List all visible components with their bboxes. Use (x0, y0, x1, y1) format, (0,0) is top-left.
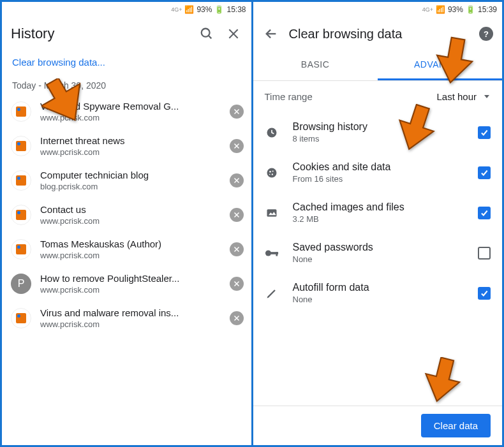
history-item-title: Contact us (40, 204, 221, 215)
pencil-icon (265, 287, 279, 300)
history-item-text: Internet threat newswww.pcrisk.com (40, 135, 221, 157)
history-item[interactable]: Virus and malware removal ins...www.pcri… (2, 301, 251, 335)
checkbox-checked-icon[interactable] (478, 287, 491, 300)
signal-icon: 📶 (436, 5, 445, 14)
svg-marker-20 (484, 95, 489, 98)
clock: 15:38 (226, 5, 246, 14)
history-item-text: Tomas Meskauskas (Author)www.pcrisk.com (40, 238, 221, 260)
search-icon[interactable] (198, 25, 216, 43)
clear-data-list: Browsing history8 itemsCookies and site … (253, 112, 503, 406)
checkbox-checked-icon[interactable] (478, 126, 491, 139)
clear-data-item[interactable]: Cookies and site dataFrom 16 sites (253, 152, 503, 193)
svg-point-26 (269, 173, 270, 175)
clear-data-item-text: Saved passwordsNone (293, 242, 464, 264)
history-item-title: Computer technician blog (40, 170, 221, 180)
clear-data-item-title: Browsing history (293, 121, 464, 133)
history-item-url: www.pcrisk.com (40, 113, 221, 122)
history-item[interactable]: PHow to remove PoulightStealer...www.pcr… (2, 267, 251, 301)
delete-item-icon[interactable] (230, 208, 244, 222)
tab-advanced[interactable]: ADVANCED (378, 50, 502, 80)
close-icon[interactable] (225, 25, 242, 43)
clear-data-screen: 4G+ 📶 93% 🔋 15:39 Clear browsing data ? … (253, 2, 503, 445)
history-item[interactable]: Computer technician blogblog.pcrisk.com (2, 163, 251, 198)
clock: 15:39 (478, 5, 497, 14)
page-title: History (11, 26, 189, 42)
favicon-pcrisk (11, 170, 31, 191)
delete-item-icon[interactable] (230, 139, 244, 153)
favicon-pcrisk (11, 308, 31, 328)
history-item[interactable]: Tomas Meskauskas (Author)www.pcrisk.com (2, 232, 251, 267)
delete-item-icon[interactable] (230, 311, 244, 325)
clear-browsing-data-link[interactable]: Clear browsing data... (2, 50, 251, 74)
favicon-pcrisk (11, 239, 31, 260)
clear-data-button[interactable]: Clear data (421, 414, 491, 437)
history-item-url: www.pcrisk.com (40, 147, 221, 157)
history-item-url: www.pcrisk.com (40, 251, 221, 260)
svg-point-29 (265, 250, 271, 256)
image-icon (265, 207, 279, 219)
time-range-value: Last hour (436, 91, 477, 102)
clear-data-item-title: Autofill form data (293, 282, 464, 293)
favicon-pcrisk (11, 101, 31, 122)
history-item-text: Virus and malware removal ins...www.pcri… (40, 307, 221, 329)
clear-data-item[interactable]: Saved passwordsNone (253, 233, 503, 273)
date-header: Today - March 30, 2020 (2, 74, 251, 94)
clear-data-item-sub: 8 items (293, 134, 464, 143)
battery-icon: 🔋 (466, 5, 475, 14)
history-item-url: www.pcrisk.com (40, 285, 221, 295)
svg-point-22 (267, 168, 276, 177)
status-bar: 4G+ 📶 93% 🔋 15:38 (2, 2, 251, 17)
favicon-pcrisk (11, 205, 31, 225)
signal-icon: 📶 (184, 5, 194, 14)
delete-item-icon[interactable] (230, 105, 244, 119)
checkbox-checked-icon[interactable] (478, 166, 491, 179)
help-icon[interactable]: ? (479, 27, 493, 41)
delete-item-icon[interactable] (230, 173, 244, 187)
delete-item-icon[interactable] (230, 277, 244, 291)
battery-icon: 🔋 (214, 5, 224, 14)
checkbox-checked-icon[interactable] (478, 207, 491, 219)
history-item[interactable]: Virus and Spyware Removal G...www.pcrisk… (2, 94, 251, 129)
history-item-text: Contact uswww.pcrisk.com (40, 204, 221, 226)
key-icon (265, 249, 279, 258)
time-range-label: Time range (265, 91, 313, 102)
clear-data-item-title: Saved passwords (293, 242, 464, 253)
history-item-title: How to remove PoulightStealer... (40, 273, 221, 284)
svg-point-0 (201, 29, 209, 37)
chevron-down-icon (483, 91, 491, 102)
tab-basic[interactable]: BASIC (253, 50, 378, 80)
history-item[interactable]: Contact uswww.pcrisk.com (2, 198, 251, 232)
history-screen: 4G+ 📶 93% 🔋 15:38 History Clear browsing… (2, 2, 251, 445)
clear-data-item[interactable]: Cached images and files3.2 MB (253, 193, 503, 233)
clear-data-item-sub: None (293, 295, 464, 304)
clear-data-item-title: Cached images and files (293, 202, 464, 213)
back-icon[interactable] (262, 25, 280, 43)
checkbox-unchecked-icon[interactable] (478, 247, 491, 260)
clear-data-item-text: Cached images and files3.2 MB (293, 202, 464, 224)
history-list: Virus and Spyware Removal G...www.pcrisk… (2, 94, 251, 445)
clear-data-item-sub: None (293, 254, 464, 264)
clear-data-item[interactable]: Autofill form dataNone (253, 273, 503, 313)
time-range-row[interactable]: Time range Last hour (253, 81, 503, 112)
favicon-generic: P (11, 274, 31, 294)
clock-icon (265, 126, 279, 139)
history-item-text: How to remove PoulightStealer...www.pcri… (40, 273, 221, 295)
delete-item-icon[interactable] (230, 242, 244, 256)
clear-data-item-title: Cookies and site data (293, 161, 464, 173)
clear-data-item[interactable]: Browsing history8 items (253, 112, 503, 152)
svg-point-23 (269, 171, 271, 173)
clear-data-item-sub: From 16 sites (293, 174, 464, 184)
button-row: Clear data (253, 406, 503, 445)
history-item-text: Computer technician blogblog.pcrisk.com (40, 170, 221, 191)
history-item-title: Internet threat news (40, 135, 221, 146)
history-item-title: Virus and Spyware Removal G... (40, 101, 221, 112)
battery-pct: 93% (448, 5, 463, 14)
battery-pct: 93% (196, 5, 212, 14)
history-item-text: Virus and Spyware Removal G...www.pcrisk… (40, 101, 221, 122)
cbd-header: Clear browsing data ? (253, 17, 503, 50)
history-item-url: blog.pcrisk.com (40, 182, 221, 191)
history-item-title: Virus and malware removal ins... (40, 307, 221, 318)
clear-data-item-text: Cookies and site dataFrom 16 sites (293, 161, 464, 184)
status-bar: 4G+ 📶 93% 🔋 15:39 (253, 2, 503, 17)
history-item[interactable]: Internet threat newswww.pcrisk.com (2, 129, 251, 163)
